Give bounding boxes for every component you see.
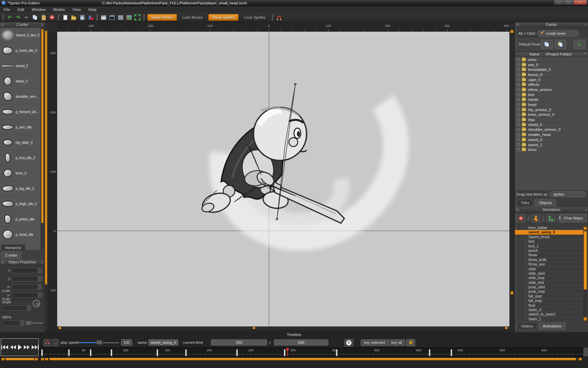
animation-item[interactable]: sword_swing_0 xyxy=(515,230,584,234)
close-icon[interactable]: × xyxy=(41,260,43,265)
save-button[interactable] xyxy=(79,14,85,20)
zorder-item[interactable]: sword_0 xyxy=(0,58,40,74)
panel-divider[interactable] xyxy=(509,22,514,329)
tree-item-axe_0[interactable]: +axe_0 xyxy=(515,62,588,67)
animation-item[interactable]: slide xyxy=(515,267,588,271)
previous-frame-button[interactable] xyxy=(10,345,16,349)
tree-item-bunus_0[interactable]: +bunus_0 xyxy=(515,72,588,77)
expand-icon[interactable]: + xyxy=(517,148,520,151)
paste-button[interactable] xyxy=(40,14,47,20)
spinner[interactable] xyxy=(38,268,41,273)
expand-icon[interactable]: + xyxy=(517,128,520,131)
loop-toggle-button[interactable]: ↻ xyxy=(344,339,353,347)
spinner[interactable] xyxy=(38,285,41,289)
go-to-start-button[interactable] xyxy=(1,345,8,350)
play-speed-slider-grip[interactable] xyxy=(97,340,102,344)
y-scale-field[interactable] xyxy=(12,292,42,298)
total-time-input[interactable]: 630 xyxy=(274,339,328,346)
menu-file[interactable]: File xyxy=(0,7,14,12)
delete-animation-button[interactable] xyxy=(517,214,525,223)
expand-icon[interactable]: + xyxy=(517,83,520,86)
tab-hierarchy[interactable]: Hierarchy xyxy=(1,244,26,251)
expand-icon[interactable]: + xyxy=(517,123,520,126)
animation-item[interactable]: slide_end xyxy=(515,280,588,285)
alpha-field[interactable] xyxy=(2,320,24,326)
alpha-slider-grip[interactable] xyxy=(26,321,31,325)
keyframe-marker[interactable] xyxy=(284,349,285,356)
tree-item-torso[interactable]: +torso xyxy=(515,147,588,152)
keyframe-marker[interactable] xyxy=(111,349,112,356)
zorder-item[interactable]: p_leg_idle_0 xyxy=(0,181,40,196)
animation-item[interactable]: kick_1 xyxy=(515,244,588,248)
tree-item-head[interactable]: +head xyxy=(515,102,588,107)
animation-item[interactable]: Sword_thrust xyxy=(515,235,588,239)
zorder-item[interactable]: knee_0 xyxy=(0,166,40,181)
expand-icon[interactable]: + xyxy=(517,73,520,76)
tree-item-hip_armour_0[interactable]: +hip_armour_0 xyxy=(515,107,588,112)
window-layout-3-icon[interactable] xyxy=(117,14,124,20)
tree-item-elbow_armour[interactable]: +elbow_armour xyxy=(515,87,588,92)
pivot-copy-button[interactable] xyxy=(541,40,553,49)
animation-item[interactable]: from_ladder xyxy=(515,226,588,230)
zorder-item[interactable]: shoulder_arm... xyxy=(0,89,40,104)
open-file-button[interactable] xyxy=(70,14,77,20)
zorder-item[interactable]: p_head_idle xyxy=(0,227,40,242)
next-frame-button[interactable] xyxy=(24,345,30,349)
keyframe-marker[interactable] xyxy=(185,349,187,356)
expand-icon[interactable]: + xyxy=(517,63,520,66)
key-options-button[interactable] xyxy=(406,339,415,346)
expand-icon[interactable]: + xyxy=(517,138,520,141)
window-layout-1-icon[interactable] xyxy=(100,14,107,20)
expand-icon[interactable]: + xyxy=(517,78,520,81)
tree-item-sword_1[interactable]: +sword_1 xyxy=(515,142,588,148)
tree-item-hands[interactable]: +hands xyxy=(515,97,588,103)
title-bar[interactable]: *Spriter Pro Edition C:/Art Packs/Advent… xyxy=(0,0,588,6)
show-bones-toggle[interactable]: Show Bones xyxy=(147,14,177,21)
window-layout-4-icon[interactable] xyxy=(126,14,132,20)
animation-item[interactable]: throw_knife xyxy=(515,258,588,262)
tree-column-header[interactable]: Name (Project Folder) ^ xyxy=(515,52,588,57)
keyframe-marker[interactable] xyxy=(429,349,430,356)
animation-item[interactable]: throw xyxy=(515,253,588,257)
undo-button[interactable]: ↶ xyxy=(6,14,13,20)
expand-icon[interactable]: + xyxy=(517,133,520,136)
tree-item-shoulder_armour_0[interactable]: +shoulder_armour_0 xyxy=(515,127,588,133)
tree-item-feet[interactable]: +feet xyxy=(515,92,588,97)
tab-files[interactable]: Files xyxy=(517,199,534,206)
panel-grip[interactable] xyxy=(1,261,4,264)
create-bone-dropdown[interactable]: create bone xyxy=(537,30,579,37)
tree-item-smaller_head[interactable]: +smaller_head xyxy=(515,132,588,137)
animation-item[interactable]: slide_start xyxy=(515,271,588,276)
animation-item[interactable]: fall_loop xyxy=(515,298,588,303)
zorder-item[interactable]: Sword_0_blur_0 xyxy=(0,28,40,43)
expand-icon[interactable]: + xyxy=(517,103,520,106)
tree-item-effects[interactable]: +effects xyxy=(515,82,588,87)
animation-item[interactable]: swim0_to_swim1 xyxy=(515,312,588,317)
timeline-scrollbar[interactable] xyxy=(40,357,583,361)
ruler-scroll-buttons[interactable] xyxy=(583,348,587,356)
zorder-item[interactable]: p_hand_idle_0 xyxy=(0,43,40,58)
animations-scrollbar[interactable] xyxy=(583,226,587,321)
tab-animations[interactable]: Animations xyxy=(538,322,566,330)
canvas-vertical-scrollbar[interactable] xyxy=(45,22,48,329)
animation-item[interactable]: fall_start xyxy=(515,294,588,298)
play-button[interactable] xyxy=(18,344,22,350)
x-field[interactable] xyxy=(12,268,42,273)
alpha-slider-track[interactable] xyxy=(32,323,43,323)
import-button[interactable] xyxy=(87,14,94,20)
fullscreen-icon[interactable] xyxy=(134,14,141,20)
show-sprites-toggle[interactable]: Show Sprites xyxy=(208,14,239,21)
angle-field[interactable] xyxy=(2,305,31,311)
zorder-item[interactable]: hip_plate_0 xyxy=(0,135,40,150)
zorder-item[interactable]: p_pelvis_idle xyxy=(0,212,40,227)
lock-bones-toggle[interactable]: Lock Bones xyxy=(179,14,206,21)
pivot-refresh-button[interactable] xyxy=(574,40,585,49)
tree-item-cape_0[interactable]: +cape_0 xyxy=(515,77,588,82)
animation-item[interactable]: jump_loop xyxy=(515,289,588,294)
drag-items-dropdown[interactable]: sprites xyxy=(550,191,586,197)
spinner[interactable] xyxy=(38,293,41,297)
expand-icon[interactable]: + xyxy=(517,68,520,71)
add-animation-button[interactable] xyxy=(532,214,540,223)
magnet-snap-icon[interactable] xyxy=(276,14,282,20)
keyframe-marker[interactable] xyxy=(68,349,70,356)
